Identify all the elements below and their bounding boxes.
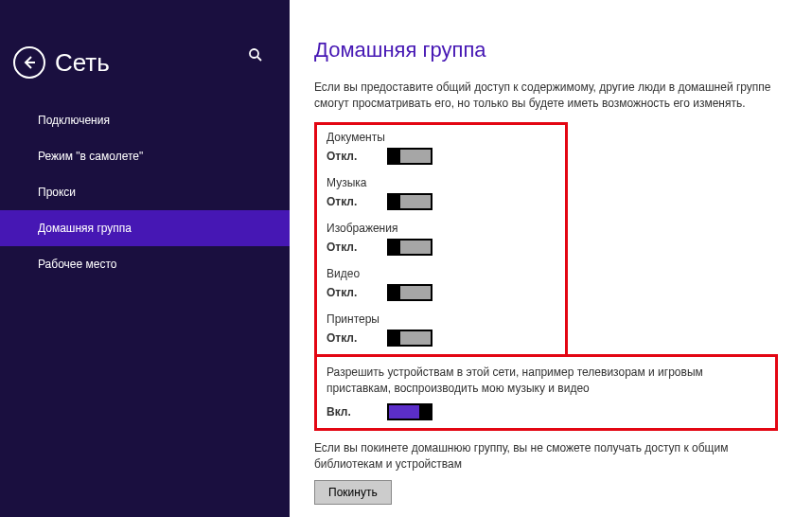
sidebar-item-homegroup[interactable]: Домашняя группа [0,210,290,246]
toggle-row-printers: Принтеры Откл. [327,312,556,347]
toggle-state: Откл. [327,331,387,345]
toggle-label: Видео [327,267,556,280]
main-panel: Домашняя группа Если вы предоставите общ… [290,0,812,517]
toggle-row-pictures: Изображения Откл. [327,222,556,256]
toggle-documents[interactable] [387,148,432,165]
media-devices-group: Разрешить устройствам в этой сети, напри… [314,354,778,431]
toggle-printers[interactable] [387,330,432,347]
media-devices-text: Разрешить устройствам в этой сети, напри… [327,365,766,398]
leave-description: Если вы покинете домашнюю группу, вы не … [314,440,787,473]
toggle-row-video: Видео Откл. [327,267,556,301]
toggle-label: Музыка [327,176,556,189]
toggle-pictures[interactable] [387,239,432,256]
leave-button[interactable]: Покинуть [314,480,392,505]
svg-line-1 [257,57,261,61]
toggle-state: Откл. [327,241,387,254]
sidebar-item-connections[interactable]: Подключения [0,102,290,138]
sidebar-title: Сеть [55,48,110,78]
toggle-label: Документы [327,131,556,144]
toggle-label: Изображения [327,222,556,235]
toggle-video[interactable] [387,284,432,301]
search-icon[interactable] [248,47,263,66]
library-toggles-group: Документы Откл. Музыка Откл. Изображения… [314,122,568,357]
sidebar-item-workplace[interactable]: Рабочее место [0,246,290,282]
sidebar: Сеть Подключения Режим "в самолете" Прок… [0,0,290,517]
sidebar-item-airplane-mode[interactable]: Режим "в самолете" [0,138,290,174]
toggle-media-devices[interactable] [387,403,432,420]
toggle-row-music: Музыка Откл. [327,176,556,210]
sharing-description: Если вы предоставите общий доступ к соде… [314,80,787,113]
toggle-state: Откл. [327,195,387,208]
arrow-left-icon [22,55,37,70]
toggle-music[interactable] [387,193,432,210]
svg-point-0 [250,49,258,58]
toggle-state: Откл. [327,150,387,163]
toggle-row-documents: Документы Откл. [327,131,556,165]
back-button[interactable] [13,46,45,79]
page-title: Домашняя группа [314,38,787,62]
sidebar-item-proxy[interactable]: Прокси [0,174,290,210]
toggle-state: Откл. [327,286,387,299]
toggle-state: Вкл. [327,405,387,419]
toggle-label: Принтеры [327,312,556,326]
